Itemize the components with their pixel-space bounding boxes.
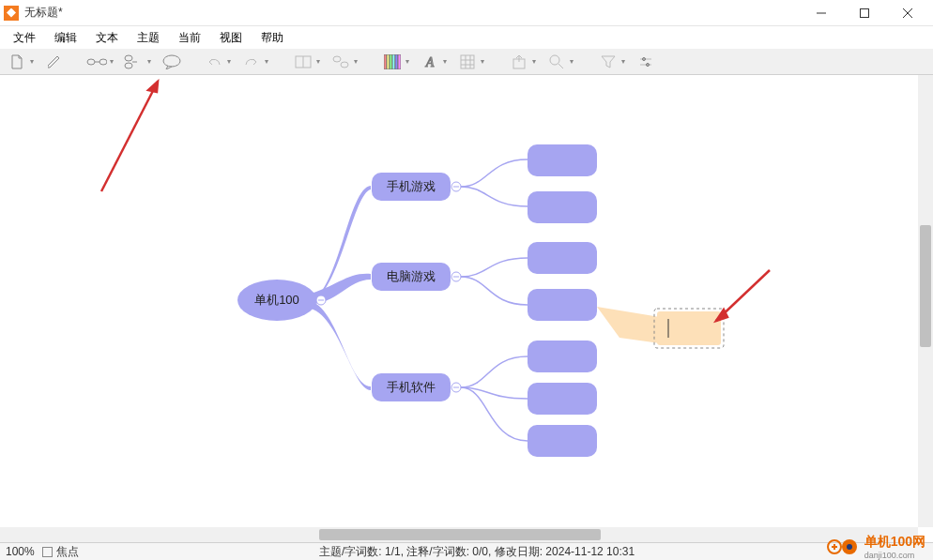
settings-slider-icon[interactable] (635, 51, 657, 73)
svg-line-38 (101, 82, 158, 191)
svg-point-4 (87, 59, 95, 65)
branch1-label: 手机游戏 (387, 179, 436, 193)
menubar: 文件 编辑 文本 主题 当前 视图 帮助 (0, 26, 933, 49)
comment-bubble[interactable] (657, 311, 721, 345)
menu-file[interactable]: 文件 (4, 27, 45, 49)
export-icon[interactable] (508, 51, 530, 73)
branch2-child1-node[interactable] (528, 242, 597, 274)
connector-b3-c3 (461, 387, 528, 441)
svg-point-33 (647, 63, 650, 66)
style-dropdown-icon[interactable]: ▾ (354, 57, 361, 66)
add-child-dropdown-icon[interactable]: ▾ (110, 57, 117, 66)
add-sibling-dropdown-icon[interactable]: ▾ (147, 57, 155, 66)
color-palette-icon[interactable] (381, 51, 404, 73)
menu-topic[interactable]: 主题 (128, 27, 169, 49)
layout-icon[interactable] (292, 51, 314, 73)
branch3-label: 手机软件 (387, 380, 436, 394)
branch3-child1-node[interactable] (528, 341, 597, 372)
connector-b2-c1 (461, 258, 528, 277)
mindmap-svg: 单机100 手机游戏 电脑游戏 手机软件 (0, 75, 918, 527)
search-dropdown-icon[interactable]: ▾ (570, 57, 577, 66)
branch3-child3-node[interactable] (528, 425, 597, 457)
menu-edit[interactable]: 编辑 (45, 27, 86, 49)
watermark-name: 单机100网 (864, 534, 925, 549)
connector-b1-c1 (461, 159, 528, 187)
undo-icon[interactable] (203, 51, 225, 73)
redo-icon[interactable] (240, 51, 263, 73)
app-icon (4, 6, 19, 21)
pen-icon[interactable] (43, 51, 66, 73)
svg-rect-20 (398, 54, 401, 69)
comment-bubble-icon[interactable] (161, 51, 183, 73)
add-sibling-icon[interactable] (123, 51, 145, 73)
menu-current[interactable]: 当前 (169, 27, 210, 49)
svg-point-28 (550, 55, 559, 65)
style-icon[interactable] (329, 51, 352, 73)
branch2-label: 电脑游戏 (387, 269, 436, 283)
menu-help[interactable]: 帮助 (252, 27, 293, 49)
menu-view[interactable]: 视图 (210, 27, 252, 49)
svg-rect-1 (861, 8, 869, 17)
window-title: 无标题* (24, 5, 63, 21)
watermark: 单机100网 danji100.com (827, 534, 925, 560)
svg-point-8 (125, 63, 132, 68)
branch3-child2-node[interactable] (528, 383, 597, 415)
root-node-label: 单机100 (254, 293, 299, 307)
close-button[interactable] (886, 0, 929, 26)
zoom-level[interactable]: 100% (6, 545, 35, 558)
table-icon[interactable] (456, 51, 479, 73)
color-dropdown-icon[interactable]: ▾ (405, 57, 413, 66)
svg-point-6 (99, 59, 107, 65)
font-icon[interactable]: A (419, 51, 441, 73)
vertical-scrollbar[interactable] (918, 75, 933, 527)
connector-b1-c2 (461, 187, 528, 206)
svg-line-29 (558, 64, 563, 68)
layout-dropdown-icon[interactable]: ▾ (316, 57, 324, 66)
svg-point-13 (333, 56, 341, 62)
branch2-child2-node[interactable] (528, 289, 597, 321)
horizontal-scrollbar[interactable] (0, 527, 918, 542)
connector-b3-c2 (461, 387, 528, 399)
watermark-icon (827, 537, 861, 557)
new-file-icon[interactable] (6, 51, 28, 73)
add-child-icon[interactable] (85, 51, 108, 73)
export-dropdown-icon[interactable]: ▾ (532, 57, 540, 66)
svg-point-46 (847, 544, 852, 550)
connector-b3-c1 (461, 356, 528, 387)
svg-point-14 (341, 62, 348, 68)
svg-marker-39 (148, 82, 158, 92)
branch1-child1-node[interactable] (528, 144, 597, 176)
maximize-button[interactable] (843, 0, 886, 26)
table-dropdown-icon[interactable]: ▾ (481, 57, 488, 66)
svg-rect-22 (461, 55, 474, 68)
new-file-dropdown-icon[interactable]: ▾ (30, 57, 38, 66)
vertical-scrollbar-thumb[interactable] (920, 225, 931, 347)
comment-tail (597, 307, 660, 343)
font-dropdown-icon[interactable]: ▾ (443, 57, 451, 66)
horizontal-scrollbar-thumb[interactable] (319, 529, 601, 540)
minimize-button[interactable] (800, 0, 843, 26)
connector-b2-c2 (461, 277, 528, 305)
annotation-arrow-toolbar (101, 82, 158, 191)
filter-dropdown-icon[interactable]: ▾ (621, 57, 629, 66)
focus-checkbox[interactable] (42, 547, 53, 557)
svg-text:A: A (425, 55, 435, 69)
svg-point-7 (125, 55, 132, 61)
svg-point-10 (163, 55, 180, 67)
titlebar: 无标题* (0, 0, 933, 26)
menu-text[interactable]: 文本 (86, 27, 128, 49)
window-controls (800, 0, 929, 26)
branch-3 (305, 300, 371, 390)
filter-icon[interactable] (597, 51, 619, 73)
undo-dropdown-icon[interactable]: ▾ (227, 57, 235, 66)
branch1-child2-node[interactable] (528, 191, 597, 223)
mindmap-canvas[interactable]: 单机100 手机游戏 电脑游戏 手机软件 (0, 75, 918, 527)
redo-dropdown-icon[interactable]: ▾ (265, 57, 272, 66)
svg-point-32 (643, 57, 646, 60)
focus-label: 焦点 (56, 544, 79, 560)
status-stats: 主题/字词数: 1/1, 注释/字词数: 0/0, 修改日期: 2024-11-… (319, 544, 635, 560)
watermark-domain: danji100.com (864, 551, 925, 560)
statusbar: 100% 焦点 主题/字词数: 1/1, 注释/字词数: 0/0, 修改日期: … (0, 542, 933, 560)
toolbar: ▾ ▾ ▾ ▾ ▾ ▾ ▾ ▾ A ▾ ▾ ▾ (0, 49, 933, 75)
search-icon[interactable] (545, 51, 568, 73)
